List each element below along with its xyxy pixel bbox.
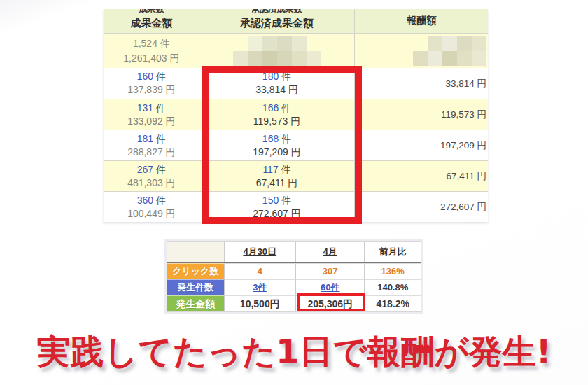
- results-cell: 181件288,827 円: [104, 130, 200, 160]
- total-amount: 1,261,403 円: [123, 51, 179, 66]
- summary-value-cell: 60件: [296, 279, 365, 295]
- summary-row: 発生金額10,500円205,306円418.2%: [167, 295, 421, 312]
- reward-amount: 119,573 円: [441, 108, 486, 121]
- count-unit: 件: [156, 164, 166, 175]
- summary-value-cell: 10,500円: [225, 295, 296, 312]
- redacted-pixel: [262, 36, 277, 51]
- table-row: 360件100,449 円150件272,607 円272,607 円: [104, 191, 488, 222]
- reward-amount: 33,814 円: [445, 77, 486, 90]
- header-approved: 承認済成果数 承認済成果金額: [200, 9, 356, 33]
- summary-corner-cell: [167, 242, 225, 262]
- redacted-pixel: [413, 51, 428, 66]
- summary-header-day-link[interactable]: 4月30日: [243, 246, 276, 257]
- summary-value-link[interactable]: 60件: [321, 282, 340, 293]
- summary-value-cell: 140.8%: [365, 279, 421, 295]
- count-unit: 件: [156, 71, 166, 82]
- approved-cell: 117件67,411 円: [200, 161, 356, 191]
- results-cell: 131件133,092 円: [104, 99, 200, 130]
- summary-row-label: 発生件数: [167, 279, 225, 295]
- results-count-link[interactable]: 160: [137, 71, 153, 82]
- reward-cell: 33,814 円: [355, 68, 488, 99]
- summary-data-rows: クリック数4307136%発生件数3件60件140.8%発生金額10,500円2…: [167, 263, 421, 312]
- summary-value-link[interactable]: 3件: [253, 282, 267, 293]
- table-row: 181件288,827 円168件197,209 円197,209 円: [104, 130, 488, 160]
- approved-count-link[interactable]: 180: [262, 71, 279, 82]
- approved-count-link[interactable]: 168: [262, 133, 279, 144]
- approved-amount: 272,607 円: [253, 207, 301, 220]
- reward-cell: 119,573 円: [355, 99, 488, 130]
- summary-row: 発生件数3件60件140.8%: [167, 279, 421, 295]
- results-count-link[interactable]: 360: [137, 195, 153, 206]
- reward-cell: 67,411 円: [355, 161, 488, 191]
- reward-cell: 272,607 円: [355, 192, 488, 222]
- redacted-pixel: [307, 51, 321, 66]
- header-approved-count-label: 承認済成果数: [252, 9, 302, 14]
- summary-value-cell: 4: [225, 263, 296, 279]
- header-results-amount-label: 成果金額: [130, 14, 172, 30]
- results-cell: 160件137,839 円: [104, 68, 200, 99]
- reward-amount: 67,411 円: [446, 169, 486, 183]
- report-data-rows: 160件137,839 円180件33,814 円33,814 円131件133…: [104, 68, 488, 222]
- summary-header-month-link[interactable]: 4月: [323, 246, 337, 257]
- summary-value-cell: 418.2%: [365, 295, 421, 312]
- approved-cell: 180件33,814 円: [200, 68, 356, 99]
- header-reward: 報酬額: [355, 9, 488, 33]
- count-unit: 件: [281, 71, 291, 82]
- approved-amount: 119,573 円: [253, 115, 300, 128]
- count-unit: 件: [281, 102, 291, 113]
- redacted-pixel: [277, 36, 292, 51]
- approved-amount: 33,814 円: [255, 83, 298, 97]
- redacted-pixel: [472, 36, 486, 51]
- header-results-count-label: 成果数: [139, 9, 164, 14]
- approved-cell: 166件119,573 円: [200, 99, 356, 130]
- approved-amount: 67,411 円: [256, 176, 298, 190]
- count-unit: 件: [281, 164, 291, 175]
- summary-header-mom-label: 前月比: [379, 246, 407, 257]
- approved-count-link[interactable]: 166: [262, 102, 279, 113]
- redacted-pixel: [442, 51, 457, 66]
- redacted-approved-total: [233, 36, 321, 66]
- results-cell: 267件481,303 円: [104, 161, 200, 191]
- summary-row-label: クリック数: [167, 263, 225, 279]
- summary-value-cell: 136%: [365, 263, 421, 279]
- table-row: 160件137,839 円180件33,814 円33,814 円: [104, 68, 488, 99]
- daily-summary-table: 4月30日 4月 前月比 クリック数4307136%発生件数3件60件140.8…: [167, 241, 421, 312]
- results-count-link[interactable]: 181: [137, 133, 153, 144]
- report-totals-row: 1,524 件 1,261,403 円: [104, 33, 488, 68]
- redacted-pixel: [248, 36, 262, 51]
- summary-value: 136%: [382, 266, 405, 276]
- approved-cell: 150件272,607 円: [200, 192, 356, 222]
- results-count-link[interactable]: 267: [137, 164, 153, 175]
- reward-amount: 197,209 円: [440, 139, 486, 152]
- count-unit: 件: [156, 195, 166, 206]
- approved-count-link[interactable]: 150: [262, 195, 279, 206]
- approved-count-link[interactable]: 117: [262, 164, 278, 175]
- summary-value: 418.2%: [376, 298, 409, 309]
- redacted-pixel: [248, 51, 262, 66]
- redacted-pixel: [472, 51, 486, 66]
- results-count-link[interactable]: 131: [137, 102, 153, 113]
- summary-value: 205,306円: [307, 298, 353, 309]
- reward-cell: 197,209 円: [355, 130, 488, 160]
- count-unit: 件: [281, 133, 291, 144]
- summary-value: 10,500円: [240, 298, 280, 309]
- table-row: 267件481,303 円117件67,411 円67,411 円: [104, 160, 488, 191]
- summary-row: クリック数4307136%: [167, 263, 421, 279]
- summary-value-cell: 307: [296, 263, 365, 279]
- results-amount: 133,092 円: [127, 115, 176, 128]
- redacted-reward-total: [413, 36, 486, 66]
- redacted-pixel: [428, 36, 442, 51]
- count-unit: 件: [281, 195, 291, 206]
- approved-cell: 168件197,209 円: [200, 130, 356, 160]
- redacted-pixel: [428, 51, 442, 66]
- earnings-report-table: 成果数 成果金額 承認済成果数 承認済成果金額 報酬額 1,524 件 1,26…: [104, 9, 488, 222]
- redacted-pixel: [262, 51, 277, 66]
- redacted-pixel: [292, 36, 307, 51]
- redacted-pixel: [457, 51, 472, 66]
- summary-value-cell: 205,306円: [296, 295, 365, 312]
- results-cell: 360件100,449 円: [104, 192, 200, 222]
- count-unit: 件: [156, 102, 166, 113]
- results-amount: 100,449 円: [127, 207, 176, 220]
- redacted-pixel: [442, 36, 457, 51]
- results-amount: 481,303 円: [127, 176, 176, 190]
